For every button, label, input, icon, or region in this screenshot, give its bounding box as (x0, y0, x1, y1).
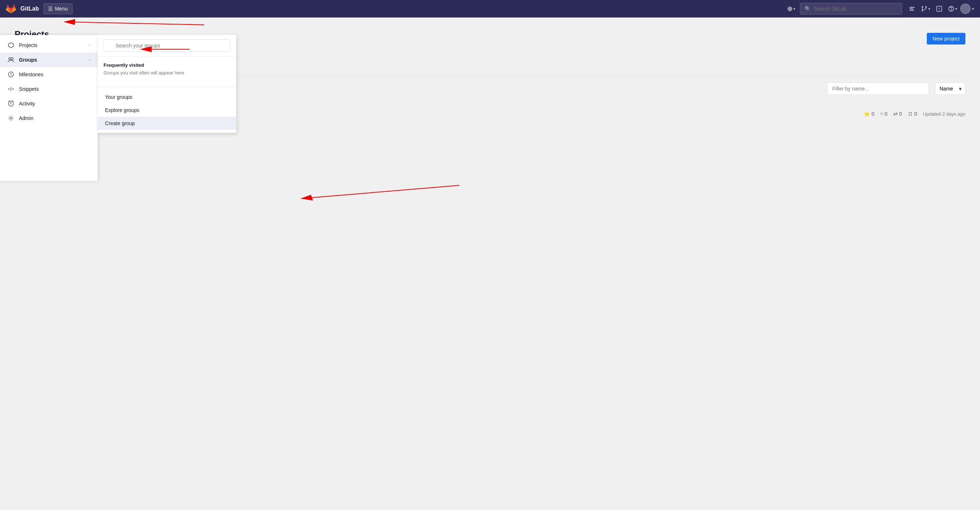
svg-rect-1 (910, 8, 913, 9)
menu-item-milestones-label: Milestones (19, 72, 43, 77)
groups-search-area: 🔍 (98, 35, 236, 57)
groups-footer: Your groups Explore groups Create group (98, 88, 236, 133)
create-group-link[interactable]: Create group (98, 117, 236, 130)
frequently-visited-title: Frequently visited (103, 62, 231, 68)
gitlab-wordmark: GitLab (21, 5, 39, 12)
issues-stat: 🗋 0 (908, 111, 917, 117)
menu-item-milestones[interactable]: Milestones (0, 67, 98, 82)
menu-item-admin-label: Admin (19, 115, 33, 121)
svg-point-11 (11, 57, 13, 60)
menu-item-groups[interactable]: Groups › (0, 53, 98, 67)
svg-point-8 (951, 10, 951, 11)
frequently-visited-desc: Groups you visit often will appear here (103, 70, 231, 75)
project-updated: Updated 2 days ago (923, 111, 966, 117)
menu-item-groups-label: Groups (19, 57, 37, 63)
menu-label: Menu (55, 6, 68, 12)
groups-arrow-icon: › (89, 57, 91, 62)
header: GitLab ☰ Menu ⊕ ▾ 🔍 ▾ (0, 0, 980, 18)
svg-point-10 (9, 57, 11, 60)
svg-rect-2 (910, 10, 914, 11)
menu-item-admin[interactable]: Admin (0, 111, 98, 126)
projects-arrow-icon: › (89, 43, 91, 48)
merge-icon: ⇄ (893, 111, 897, 117)
todo-icon[interactable] (906, 3, 918, 14)
svg-point-3 (922, 6, 923, 8)
svg-rect-0 (910, 7, 915, 8)
plus-icon: ⊕ (787, 5, 792, 13)
user-chevron-icon: ▾ (972, 6, 974, 11)
issues-icon[interactable] (933, 3, 945, 14)
groups-search-input[interactable] (103, 40, 231, 52)
menu-item-snippets-label: Snippets (19, 86, 39, 92)
search-input[interactable] (814, 6, 897, 12)
search-icon: 🔍 (805, 6, 811, 12)
svg-point-13 (10, 118, 12, 119)
menu-button[interactable]: ☰ Menu (43, 3, 73, 14)
menu-item-activity-label: Activity (19, 101, 35, 107)
menu-item-projects[interactable]: Projects › (0, 38, 98, 53)
issue-icon: 🗋 (908, 111, 913, 117)
sort-select-wrapper: Name (935, 83, 966, 95)
new-project-button[interactable]: New project (927, 33, 966, 45)
svg-point-5 (922, 10, 923, 11)
help-button[interactable]: ▾ (948, 5, 958, 12)
svg-marker-9 (8, 43, 13, 48)
groups-frequently-visited: Frequently visited Groups you visit ofte… (98, 57, 236, 81)
admin-icon (7, 115, 14, 122)
help-chevron-icon: ▾ (955, 6, 958, 11)
merge-requests-button[interactable]: ▾ (921, 5, 931, 12)
fork-icon: ⑂ (880, 111, 883, 117)
groups-search-wrapper: 🔍 (103, 40, 231, 52)
gitlab-logo (6, 4, 16, 14)
page-content: Projects New project Your projects All P… (0, 18, 980, 291)
merge-chevron-icon: ▾ (928, 6, 931, 11)
menu-item-projects-label: Projects (19, 42, 38, 48)
filter-input[interactable] (827, 83, 929, 95)
svg-point-4 (925, 6, 927, 8)
your-groups-link[interactable]: Your groups (98, 91, 236, 104)
menu-item-activity[interactable]: Activity (0, 96, 98, 111)
forks-stat: ⑂ 0 (880, 111, 888, 117)
svg-line-16 (306, 185, 460, 198)
main-menu-panel: Projects › Groups › Milesto (0, 35, 98, 181)
merge-stat: ⇄ 0 (893, 111, 902, 117)
sort-select[interactable]: Name (935, 83, 966, 95)
projects-icon (7, 41, 14, 49)
stars-stat: ⭐ 0 (864, 111, 874, 117)
explore-groups-link[interactable]: Explore groups (98, 104, 236, 117)
user-avatar (960, 4, 970, 14)
activity-icon (7, 100, 14, 107)
groups-icon (7, 56, 14, 64)
global-search[interactable]: 🔍 (800, 3, 902, 14)
create-new-button[interactable]: ⊕ ▾ (787, 5, 795, 13)
header-icons: ▾ ▾ ▾ (906, 3, 974, 14)
groups-panel: 🔍 Frequently visited Groups you visit of… (98, 35, 236, 133)
create-chevron-icon: ▾ (793, 6, 795, 11)
milestones-icon (7, 71, 14, 78)
project-stats: ⭐ 0 ⑂ 0 ⇄ 0 🗋 0 (864, 111, 917, 117)
menu-item-snippets[interactable]: Snippets (0, 82, 98, 96)
svg-line-14 (69, 22, 204, 25)
menu-icon: ☰ (48, 6, 53, 12)
star-icon: ⭐ (864, 111, 870, 117)
user-menu-button[interactable]: ▾ (960, 4, 974, 14)
snippets-icon (7, 85, 14, 92)
